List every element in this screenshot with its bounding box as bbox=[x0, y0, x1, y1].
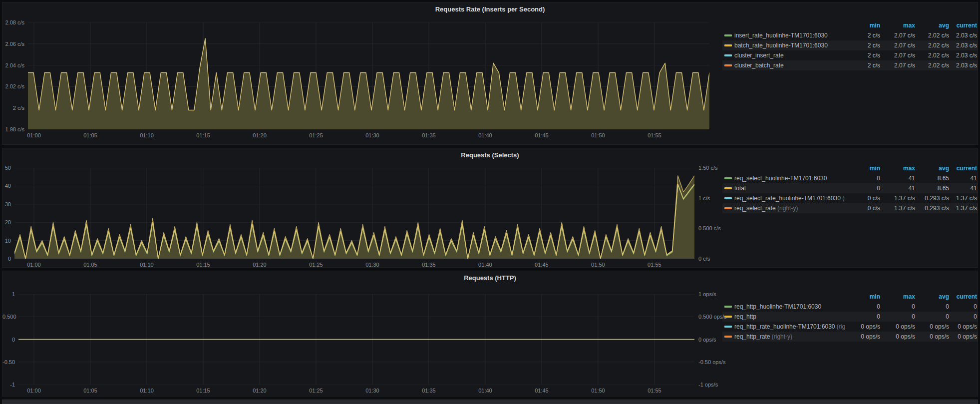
panel-requests-rate-inserts: Requests Rate (Inserts per Second) 2.08 … bbox=[2, 2, 978, 145]
x-axis-tick-label: 01:40 bbox=[470, 388, 500, 394]
legend-header-max: max bbox=[881, 292, 916, 302]
plot-area-selects[interactable] bbox=[14, 168, 694, 259]
x-axis-tick-label: 01:15 bbox=[188, 132, 218, 138]
x-axis-tick-label: 01:05 bbox=[75, 262, 105, 268]
legend-row[interactable]: batch_rate_huolinhe-TM1701:60302 c/s2.07… bbox=[722, 40, 978, 50]
y-axis-tick-label: 30 bbox=[2, 201, 11, 207]
legend-swatch-cell bbox=[722, 207, 734, 209]
plot-area-http[interactable] bbox=[18, 294, 694, 385]
legend-series-name[interactable]: req_http_huolinhe-TM1701:6030 bbox=[734, 302, 845, 312]
legend-series-name[interactable]: req_http_rate_huolinhe-TM1701:6030 (righ… bbox=[734, 322, 845, 332]
panel-title-selects[interactable]: Requests (Selects) bbox=[2, 151, 978, 159]
legend-value-current: 0 bbox=[950, 312, 978, 322]
right-axis-indicator: (right-y) bbox=[776, 205, 798, 212]
right-y-axis-tick-label: 0 c/s bbox=[698, 256, 710, 262]
y-axis-tick-label: 2.04 c/s bbox=[2, 62, 24, 68]
legend-swatch-cell bbox=[722, 306, 734, 308]
legend-value-max: 2.07 c/s bbox=[881, 30, 916, 40]
legend-row[interactable]: req_http_rate_huolinhe-TM1701:6030 (righ… bbox=[722, 322, 978, 332]
legend-value-min: 0 bbox=[845, 173, 881, 183]
legend-value-min: 0 bbox=[845, 183, 881, 193]
legend-row[interactable]: cluster_insert_rate2 c/s2.07 c/s2.02 c/s… bbox=[722, 50, 978, 60]
legend-swatch-cell bbox=[722, 326, 734, 328]
panel-requests-http: Requests (HTTP) 10.5000-0.50-11 ops/s0.5… bbox=[2, 271, 978, 397]
legend-series-name[interactable]: req_http bbox=[734, 312, 845, 322]
legend-series-name[interactable]: req_http_rate (right-y) bbox=[734, 332, 845, 342]
x-axis-tick-label: 01:55 bbox=[640, 262, 669, 268]
y-axis-tick-label: 2.02 c/s bbox=[2, 83, 24, 89]
series-color-swatch bbox=[724, 336, 732, 338]
series-color-swatch bbox=[724, 306, 732, 308]
x-axis-tick-label: 01:40 bbox=[470, 262, 500, 268]
legend-value-min: 0 c/s bbox=[845, 193, 881, 203]
series-color-swatch bbox=[724, 64, 732, 66]
series-color-swatch bbox=[724, 207, 732, 209]
chart-svg bbox=[18, 294, 694, 385]
legend-header-avg: avg bbox=[916, 163, 950, 173]
y-axis-tick-label: 40 bbox=[2, 183, 11, 189]
legend-value-avg: 8.65 bbox=[916, 173, 950, 183]
legend-swatch-cell bbox=[722, 197, 734, 199]
legend-series-name[interactable]: req_select_rate_huolinhe-TM1701:6030 (ri… bbox=[734, 193, 845, 203]
panel-title-http[interactable]: Requests (HTTP) bbox=[2, 274, 978, 282]
legend-value-avg: 2.02 c/s bbox=[916, 40, 950, 50]
legend-value-min: 2 c/s bbox=[845, 30, 881, 40]
legend-header-row: minmaxavgcurrent bbox=[722, 292, 978, 302]
legend-row[interactable]: cluster_batch_rate2 c/s2.07 c/s2.02 c/s2… bbox=[722, 60, 978, 70]
legend-series-name[interactable]: insert_rate_huolinhe-TM1701:6030 bbox=[734, 30, 845, 40]
legend-row[interactable]: insert_rate_huolinhe-TM1701:60302 c/s2.0… bbox=[722, 30, 978, 40]
y-axis-tick-label: -0.50 bbox=[2, 359, 15, 365]
legend-value-avg: 2.02 c/s bbox=[916, 50, 950, 60]
legend-series-name[interactable]: total bbox=[734, 183, 845, 193]
legend-value-current: 41 bbox=[950, 173, 978, 183]
right-y-axis-tick-label: 1 ops/s bbox=[698, 291, 716, 297]
legend-series-name[interactable]: batch_rate_huolinhe-TM1701:6030 bbox=[734, 40, 845, 50]
x-axis-tick-label: 01:15 bbox=[188, 262, 218, 268]
legend-series-name[interactable]: req_select_rate (right-y) bbox=[734, 203, 845, 213]
legend-series-name[interactable]: cluster_insert_rate bbox=[734, 50, 845, 60]
legend-swatch-cell bbox=[722, 336, 734, 338]
legend-value-avg: 0 bbox=[916, 312, 950, 322]
right-y-axis-tick-label: -0.50 ops/s bbox=[698, 359, 725, 365]
legend-row[interactable]: req_http0000 bbox=[722, 312, 978, 322]
legend-value-max: 0 bbox=[881, 312, 916, 322]
legend-series-name[interactable]: cluster_batch_rate bbox=[734, 60, 845, 70]
legend-value-max: 41 bbox=[881, 183, 916, 193]
legend-row[interactable]: req_select_huolinhe-TM1701:60300418.6541 bbox=[722, 173, 978, 183]
legend-value-max: 2.07 c/s bbox=[881, 50, 916, 60]
legend-row[interactable]: req_select_rate_huolinhe-TM1701:6030 (ri… bbox=[722, 193, 978, 203]
legend-row[interactable]: req_http_huolinhe-TM1701:60300000 bbox=[722, 302, 978, 312]
legend-header-min: min bbox=[845, 292, 881, 302]
legend-value-min: 2 c/s bbox=[845, 40, 881, 50]
legend-swatch-cell bbox=[722, 177, 734, 179]
legend-swatch-cell bbox=[722, 44, 734, 46]
legend-header-current: current bbox=[950, 292, 978, 302]
y-axis-tick-label: 50 bbox=[2, 165, 11, 171]
legend-value-max: 2.07 c/s bbox=[881, 40, 916, 50]
y-axis-tick-label: 2.08 c/s bbox=[2, 19, 24, 25]
series-color-swatch bbox=[724, 177, 732, 179]
legend-value-min: 2 c/s bbox=[845, 60, 881, 70]
legend-value-max: 0 bbox=[881, 302, 916, 312]
legend-series-name[interactable]: req_select_huolinhe-TM1701:6030 bbox=[734, 173, 845, 183]
x-axis-tick-label: 01:35 bbox=[414, 132, 444, 138]
legend-row[interactable]: req_select_rate (right-y)0 c/s1.37 c/s0.… bbox=[722, 203, 978, 213]
legend-header-max: max bbox=[881, 163, 916, 173]
panel-title-inserts[interactable]: Requests Rate (Inserts per Second) bbox=[2, 5, 978, 13]
x-axis-tick-label: 01:00 bbox=[19, 262, 49, 268]
x-axis-tick-label: 01:05 bbox=[75, 388, 105, 394]
legend-value-avg: 8.65 bbox=[916, 183, 950, 193]
x-axis-tick-label: 01:40 bbox=[470, 132, 500, 138]
legend-row[interactable]: total0418.6541 bbox=[722, 183, 978, 193]
series-color-swatch bbox=[724, 326, 732, 328]
legend-header-max: max bbox=[881, 20, 916, 30]
series-color-swatch bbox=[724, 316, 732, 318]
legend-row[interactable]: req_http_rate (right-y)0 ops/s0 ops/s0 o… bbox=[722, 332, 978, 342]
x-axis-tick-label: 01:15 bbox=[188, 388, 218, 394]
legend-header-current: current bbox=[950, 20, 978, 30]
x-axis-tick-label: 01:35 bbox=[414, 262, 444, 268]
legend-table-inserts: minmaxavgcurrentinsert_rate_huolinhe-TM1… bbox=[722, 20, 978, 70]
legend-swatch-cell bbox=[722, 316, 734, 318]
plot-area-inserts[interactable] bbox=[28, 22, 709, 129]
legend-value-current: 1.37 c/s bbox=[950, 193, 978, 203]
